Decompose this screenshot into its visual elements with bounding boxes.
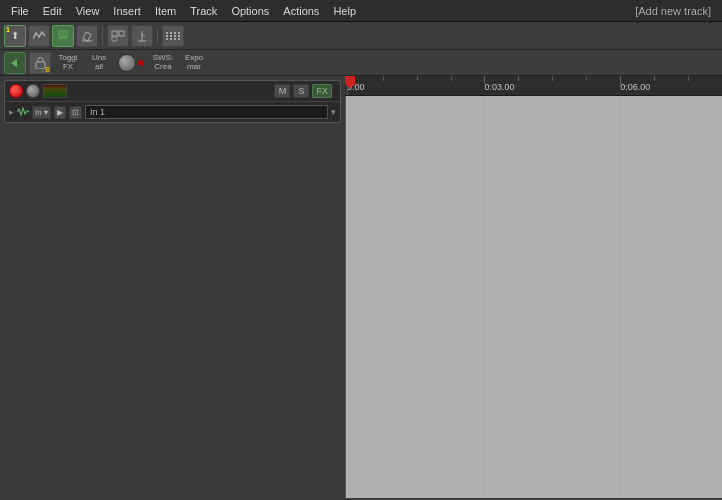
btn-unsolo-all[interactable]: Uns all (85, 53, 113, 73)
track-bottom-row: ▸ In ▾ ▶ ⊡ In 1 ▾ (5, 102, 340, 122)
minor-tick-5 (552, 76, 553, 81)
track-dropdown-arrow[interactable]: ▾ (331, 107, 336, 117)
track-volume-knob[interactable] (26, 84, 40, 98)
btn-dotgrid[interactable] (162, 25, 184, 47)
btn-lock[interactable]: B (29, 52, 51, 74)
timeline-content[interactable] (345, 96, 722, 498)
fx-button[interactable]: FX (312, 84, 332, 98)
track-output-btn[interactable]: ▶ (54, 106, 66, 119)
btn-metronome[interactable] (131, 25, 153, 47)
svg-marker-11 (11, 59, 17, 67)
menu-item[interactable]: Item (148, 3, 183, 19)
track-name-display: In 1 (85, 105, 328, 119)
timeline-separator-2 (620, 96, 621, 498)
svg-rect-12 (36, 62, 45, 69)
playhead-marker (345, 76, 357, 90)
timeline-ruler[interactable]: 0:00 0:03.00 0:06.00 (345, 76, 722, 96)
dial-indicator (138, 60, 144, 66)
add-track-label[interactable]: [Add new track] (628, 3, 718, 19)
menu-file[interactable]: File (4, 3, 36, 19)
btn-arrow-left[interactable] (4, 52, 26, 74)
toolbar2: B Toggl FX Uns all SWS: Crea Expo mar (0, 50, 722, 76)
main-area: M S FX ▸ In ▾ ▶ ⊡ In 1 (0, 76, 722, 498)
ruler-tick-3 (484, 76, 485, 84)
menu-view[interactable]: View (69, 3, 107, 19)
track-icon-group (17, 107, 29, 117)
timeline-separator-1 (484, 96, 485, 498)
minor-tick-1 (383, 76, 384, 81)
toolbar-sep-2 (157, 27, 158, 45)
menu-edit[interactable]: Edit (36, 3, 69, 19)
track-fold-arrow[interactable]: ▸ (9, 107, 14, 117)
menu-bar: File Edit View Insert Item Track Options… (0, 0, 722, 22)
track-panel: M S FX ▸ In ▾ ▶ ⊡ In 1 (0, 76, 345, 498)
dial-group (118, 54, 144, 72)
toolbar: 1 ⬆ (0, 22, 722, 50)
main-dial[interactable] (118, 54, 136, 72)
timeline-area: 0:00 0:03.00 0:06.00 (345, 76, 722, 498)
btn-envelope-tool[interactable] (28, 25, 50, 47)
menu-help[interactable]: Help (326, 3, 363, 19)
svg-marker-13 (345, 76, 355, 88)
track-controls: M S FX ▸ In ▾ ▶ ⊡ In 1 (4, 80, 341, 123)
track-input-btn[interactable]: In ▾ (32, 106, 51, 119)
track-top-row: M S FX (5, 81, 340, 102)
btn-expo-mar[interactable]: Expo mar (180, 53, 208, 73)
menu-track[interactable]: Track (183, 3, 224, 19)
ruler-tick-6 (620, 76, 621, 84)
menu-actions[interactable]: Actions (276, 3, 326, 19)
btn-sws-crea[interactable]: SWS: Crea (149, 53, 177, 73)
svg-rect-6 (112, 37, 117, 41)
minor-tick-7 (654, 76, 655, 81)
playhead-line (345, 96, 346, 498)
track-vu-meter (43, 84, 67, 98)
minor-tick-3 (451, 76, 452, 81)
minor-tick-6 (586, 76, 587, 81)
solo-button[interactable]: S (293, 84, 309, 98)
mute-button[interactable]: M (274, 84, 290, 98)
toolbar-sep-1 (102, 27, 103, 45)
track-in-icon[interactable]: ⊡ (69, 106, 82, 119)
minor-tick-4 (518, 76, 519, 81)
btn-toggle-fx[interactable]: Toggl FX (54, 53, 82, 73)
menu-options[interactable]: Options (224, 3, 276, 19)
minor-tick-2 (417, 76, 418, 81)
btn-snap[interactable] (107, 25, 129, 47)
svg-rect-0 (59, 31, 67, 37)
ruler-ticks: 0:00 0:03.00 0:06.00 (345, 76, 722, 95)
svg-rect-5 (112, 31, 117, 36)
svg-rect-7 (119, 31, 124, 36)
btn-mode-1[interactable]: 1 ⬆ (4, 25, 26, 47)
record-arm-btn[interactable] (9, 84, 23, 98)
minor-tick-8 (688, 76, 689, 81)
wave-icon (17, 107, 29, 117)
ruler-time-6: 0:06.00 (620, 82, 650, 92)
ruler-time-3: 0:03.00 (484, 82, 514, 92)
btn-erase-tool[interactable] (76, 25, 98, 47)
menu-insert[interactable]: Insert (106, 3, 148, 19)
btn-draw-tool[interactable] (52, 25, 74, 47)
